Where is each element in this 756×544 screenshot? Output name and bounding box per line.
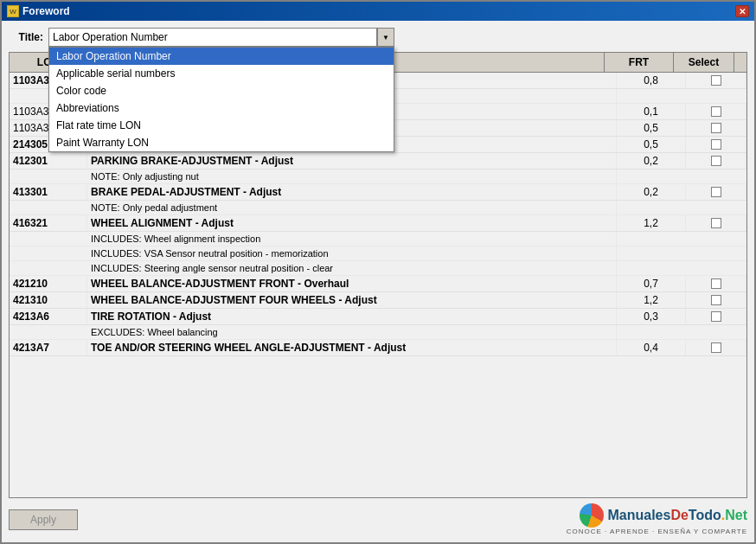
cell-frt: 0,5 [617,137,686,152]
table-row: 4213A6 TIRE ROTATION - Adjust 0,3 [10,309,746,325]
cell-desc: TIRE ROTATION - Adjust [87,309,617,324]
cell-lon: 4213A7 [10,340,87,355]
cell-select[interactable] [686,309,746,324]
dropdown-value: Labor Operation Number [53,31,168,43]
cell-frt: 0,4 [617,340,686,355]
cell-note: INCLUDES: Steering angle sensor neutral … [87,261,617,275]
table-note-row: NOTE: Only adjusting nut [10,170,746,184]
cell-select[interactable] [686,292,746,308]
dropdown-item-paint[interactable]: Paint Warranty LON [49,134,394,151]
cell-frt: 0,1 [617,104,686,119]
cell-select[interactable] [686,73,746,88]
checkbox[interactable] [711,218,721,228]
main-window: W Foreword ✕ Title: Labor Operation Numb… [0,0,756,544]
dropdown-item-labor-op[interactable]: Labor Operation Number [49,48,394,65]
cell-lon: 412301 [10,153,87,169]
header-frt: FRT [605,53,674,72]
title-bar: W Foreword ✕ [2,2,754,21]
cell-lon: 413301 [10,184,87,200]
table-note-row: INCLUDES: Steering angle sensor neutral … [10,261,746,276]
dropdown-item-flatrate[interactable]: Flat rate time LON [49,117,394,134]
table-note-row: NOTE: Only pedal adjustment [10,201,746,215]
cell-desc: WHEEL BALANCE-ADJUSTMENT FRONT - Overhau… [87,276,617,291]
checkbox[interactable] [711,123,721,133]
checkbox[interactable] [711,156,721,166]
cell-frt: 0,7 [617,276,686,291]
cell-frt: 0,8 [617,73,686,88]
dropdown-item-color[interactable]: Color code [49,82,394,99]
footer: Apply ManualesDeTodo.Net CONOCE · APREND… [9,498,747,535]
checkbox[interactable] [711,106,721,117]
checkbox[interactable] [711,295,721,305]
title-label: Title: [9,31,43,43]
brand-area: ManualesDeTodo.Net [580,503,747,528]
checkbox[interactable] [711,311,721,322]
cell-select[interactable] [686,340,746,355]
cell-frt: 0,2 [617,184,686,200]
checkbox[interactable] [711,187,721,197]
dropdown-item-abbrev[interactable]: Abbreviations [49,99,394,117]
dropdown-display[interactable]: Labor Operation Number [48,28,377,47]
brand-circle-icon [580,503,604,528]
table-row: 413301 BRAKE PEDAL-ADJUSTMENT - Adjust 0… [10,184,746,201]
window-icon: W [7,5,19,17]
cell-select[interactable] [686,184,746,200]
close-button[interactable]: ✕ [735,5,749,17]
cell-desc: TOE AND/OR STEERING WHEEL ANGLE-ADJUSTME… [87,340,617,355]
table-row: 421210 WHEEL BALANCE-ADJUSTMENT FRONT - … [10,276,746,292]
cell-select[interactable] [686,153,746,169]
title-row: Title: Labor Operation Number ▼ Labor Op… [9,28,747,47]
table-row: 421310 WHEEL BALANCE-ADJUSTMENT FOUR WHE… [10,292,746,309]
brand-tagline: CONOCE · APRENDE · ENSEÑA Y COMPARTE [567,528,747,535]
cell-note: INCLUDES: VSA Sensor neutral position - … [87,246,617,260]
cell-desc: PARKING BRAKE-ADJUSTMENT - Adjust [87,153,617,169]
cell-lon: 416321 [10,215,87,231]
cell-frt: 0,5 [617,120,686,136]
title-bar-left: W Foreword [7,5,70,17]
cell-desc: WHEEL BALANCE-ADJUSTMENT FOUR WHEELS - A… [87,292,617,308]
table-note-row: INCLUDES: VSA Sensor neutral position - … [10,246,746,261]
brand-logo: ManualesDeTodo.Net CONOCE · APRENDE · EN… [567,503,747,535]
checkbox[interactable] [711,139,721,150]
cell-select[interactable] [686,120,746,136]
table-row: 416321 WHEEL ALIGNMENT - Adjust 1,2 [10,215,746,232]
table-note-row: EXCLUDES: Wheel balancing [10,325,746,340]
dropdown-container: Labor Operation Number ▼ Labor Operation… [48,28,394,47]
cell-note: NOTE: Only adjusting nut [87,170,617,183]
cell-note: INCLUDES: Wheel alignment inspection [87,232,617,246]
table-note-row: INCLUDES: Wheel alignment inspection [10,232,746,246]
cell-select[interactable] [686,104,746,119]
window-title: Foreword [22,5,70,17]
cell-frt: 1,2 [617,292,686,308]
cell-desc: WHEEL ALIGNMENT - Adjust [87,215,617,231]
table-row: 4213A7 TOE AND/OR STEERING WHEEL ANGLE-A… [10,340,746,356]
cell-lon: 421310 [10,292,87,308]
brand-name: ManualesDeTodo.Net [607,508,747,523]
dropdown-arrow-icon: ▼ [377,28,394,47]
header-select: Select [674,53,734,72]
cell-note: NOTE: Only pedal adjustment [87,201,617,214]
dropdown-item-serial[interactable]: Applicable serial numbers [49,65,394,82]
checkbox[interactable] [711,75,721,86]
cell-frt: 1,2 [617,215,686,231]
cell-lon: 4213A6 [10,309,87,324]
cell-desc: BRAKE PEDAL-ADJUSTMENT - Adjust [87,184,617,200]
apply-button[interactable]: Apply [9,509,78,530]
window-body: Title: Labor Operation Number ▼ Labor Op… [2,21,754,542]
table-row: 412301 PARKING BRAKE-ADJUSTMENT - Adjust… [10,153,746,170]
cell-select[interactable] [686,137,746,152]
cell-frt: 0,3 [617,309,686,324]
cell-frt: 0,2 [617,153,686,169]
cell-select[interactable] [686,215,746,231]
checkbox[interactable] [711,278,721,289]
header-scroll-spacer [734,53,746,72]
cell-lon: 421210 [10,276,87,291]
dropdown-menu: Labor Operation Number Applicable serial… [48,47,394,152]
checkbox[interactable] [711,342,721,353]
cell-select[interactable] [686,276,746,291]
cell-note: EXCLUDES: Wheel balancing [87,325,617,339]
